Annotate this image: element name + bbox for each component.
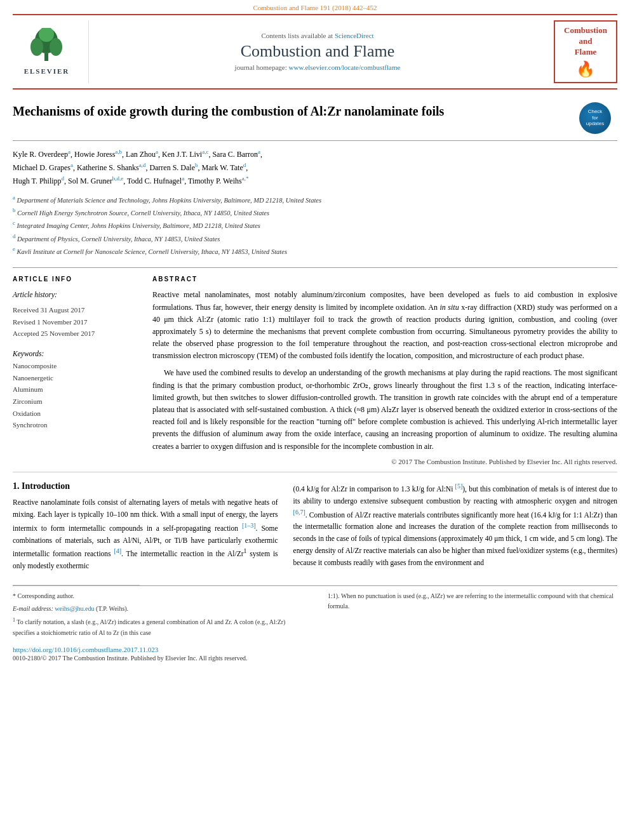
top-bar: Combustion and Flame 191 (2018) 442–452 <box>0 0 630 14</box>
contents-available: Contents lists available at ScienceDirec… <box>89 32 546 39</box>
keyword-oxidation: Oxidation <box>13 408 140 420</box>
keyword-nanocomposite: Nanocomposite <box>13 360 140 372</box>
article-info-heading: ARTICLE INFO <box>13 276 140 283</box>
affiliation-d: d Department of Physics, Cornell Univers… <box>13 232 617 244</box>
email-link[interactable]: weihs@jhu.edu <box>55 605 94 612</box>
abstract-paragraph-1: Reactive metal nanolaminates, most notab… <box>152 289 617 362</box>
keyword-zirconium: Zirconium <box>13 396 140 408</box>
journal-volume-link[interactable]: Combustion and Flame 191 (2018) 442–452 <box>253 4 377 11</box>
affiliation-a: a Department of Materials Science and Te… <box>13 193 617 206</box>
elsevier-tree-icon <box>24 28 69 63</box>
check-for-updates: Checkforupdates <box>579 102 617 134</box>
affiliation-c: c Integrated Imaging Center, Johns Hopki… <box>13 218 617 231</box>
article-content: Mechanisms of oxide growth during the co… <box>13 90 617 472</box>
abstract-paragraph-2: We have used the combined results to dev… <box>152 367 617 452</box>
svg-point-3 <box>50 38 62 56</box>
intro-right-col: (0.4 kJ/g for Al:Zr in comparison to 1.3… <box>293 481 617 576</box>
article-title: Mechanisms of oxide growth during the co… <box>13 102 444 120</box>
footnote-email: E-mail address: weihs@jhu.edu (T.P. Weih… <box>13 604 302 614</box>
doi-section: https://doi.org/10.1016/j.combustflame.2… <box>13 646 617 653</box>
revised-date: Revised 1 November 2017 <box>13 318 88 326</box>
journal-url[interactable]: www.elsevier.com/locate/combustflame <box>289 63 401 71</box>
affiliation-b: b Cornell High Energy Synchrotron Source… <box>13 206 617 218</box>
article-history: Article history: Received 31 August 2017… <box>13 289 140 340</box>
footnote-section: * Corresponding author. E-mail address: … <box>13 585 617 640</box>
article-info-col: ARTICLE INFO Article history: Received 3… <box>13 276 140 471</box>
keyword-nanoenergetic: Nanoenergetic <box>13 372 140 384</box>
copyright-line: © 2017 The Combustion Institute. Publish… <box>152 458 617 472</box>
footnote-star: * Corresponding author. <box>13 591 302 601</box>
accepted-date: Accepted 25 November 2017 <box>13 330 95 337</box>
intro-para-1: Reactive nanolaminate foils consist of a… <box>13 497 278 572</box>
intro-text-left: Reactive nanolaminate foils consist of a… <box>13 497 278 572</box>
journal-homepage: journal homepage: www.elsevier.com/locat… <box>89 63 546 71</box>
intro-para-2: (0.4 kJ/g for Al:Zr in comparison to 1.3… <box>293 481 617 569</box>
journal-logo-box: CombustionandFlame 🔥 <box>554 20 617 83</box>
sciencedirect-link[interactable]: ScienceDirect <box>335 32 374 39</box>
article-title-section: Mechanisms of oxide growth during the co… <box>13 102 617 141</box>
doi-link[interactable]: https://doi.org/10.1016/j.combustflame.2… <box>13 646 158 653</box>
affiliation-e: e Kavli Institute at Cornell for Nanosca… <box>13 244 617 257</box>
intro-text-right: (0.4 kJ/g for Al:Zr in comparison to 1.3… <box>293 481 617 569</box>
elsevier-wordmark: ELSEVIER <box>24 67 70 75</box>
keyword-synchrotron: Synchrotron <box>13 419 140 431</box>
keyword-aluminum: Aluminum <box>13 383 140 396</box>
check-updates-badge: Checkforupdates <box>579 102 611 134</box>
ref-4[interactable]: [4] <box>114 547 121 554</box>
introduction-section: 1. Introduction Reactive nanolaminate fo… <box>13 472 617 585</box>
abstract-col: ABSTRACT Reactive metal nanolaminates, m… <box>152 276 617 471</box>
journal-logo-title: CombustionandFlame <box>564 25 607 58</box>
footnote-right: 1:1). When no punctuation is used (e.g.,… <box>328 591 617 640</box>
flame-icon: 🔥 <box>576 60 595 78</box>
ref-5[interactable]: [5] <box>455 483 463 490</box>
journal-center: Contents lists available at ScienceDirec… <box>89 20 546 83</box>
footnote-1: 1 To clarify notation, a slash (e.g., Al… <box>13 617 302 637</box>
intro-left-col: 1. Introduction Reactive nanolaminate fo… <box>13 481 278 576</box>
received-date: Received 31 August 2017 <box>13 306 84 314</box>
journal-header: ELSEVIER Contents lists available at Sci… <box>13 14 617 90</box>
abstract-heading: ABSTRACT <box>152 276 617 283</box>
ref-1-3[interactable]: [1–3] <box>242 522 256 529</box>
affiliations-section: a Department of Materials Science and Te… <box>13 193 617 257</box>
article-info-abstract: ARTICLE INFO Article history: Received 3… <box>13 267 617 471</box>
elsevier-logo: ELSEVIER <box>13 20 89 83</box>
issn-section: 0010-2180/© 2017 The Combustion Institut… <box>13 655 617 662</box>
footnote-left: * Corresponding author. E-mail address: … <box>13 591 302 640</box>
journal-title: Combustion and Flame <box>89 42 546 61</box>
abstract-text: Reactive metal nanolaminates, most notab… <box>152 289 617 452</box>
intro-heading: 1. Introduction <box>13 481 278 491</box>
svg-rect-0 <box>44 53 48 61</box>
footnote-1-cont: 1:1). When no punctuation is used (e.g.,… <box>328 591 617 611</box>
ref-6-7[interactable]: [6,7] <box>293 509 305 516</box>
authors-line: Kyle R. Overdeepa, Howie Joressa,b, Lan … <box>13 147 617 188</box>
svg-point-2 <box>30 38 43 56</box>
keywords-block: Keywords: Nanocomposite Nanoenergetic Al… <box>13 350 140 431</box>
